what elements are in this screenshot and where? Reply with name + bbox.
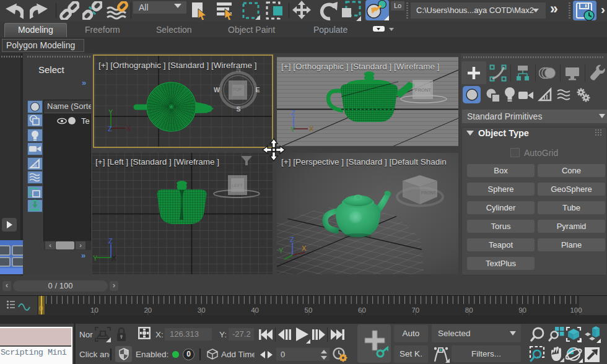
svg-text:Y: Y <box>108 108 113 116</box>
svg-text:Y: Y <box>290 126 295 133</box>
svg-text:E: E <box>255 86 260 93</box>
svg-text:Z: Z <box>290 236 294 243</box>
svg-text:Y: Y <box>279 247 284 254</box>
svg-text:FRONT: FRONT <box>415 87 431 93</box>
svg-text:X: X <box>309 125 314 132</box>
svg-text:Z: Z <box>108 237 113 245</box>
svg-text:X: X <box>126 124 131 132</box>
svg-text:X: X <box>302 245 307 252</box>
svg-text:FRONT: FRONT <box>421 191 437 195</box>
svg-text:Z: Z <box>291 109 295 116</box>
svg-text:W: W <box>214 86 220 93</box>
svg-text:LEFT: LEFT <box>232 183 243 188</box>
svg-text:S: S <box>236 105 240 113</box>
svg-text:TOP: TOP <box>232 87 242 92</box>
svg-text:Y: Y <box>93 254 98 262</box>
svg-text:X: X <box>111 254 116 262</box>
svg-text:+: + <box>409 189 412 193</box>
svg-text:Z: Z <box>108 125 112 132</box>
